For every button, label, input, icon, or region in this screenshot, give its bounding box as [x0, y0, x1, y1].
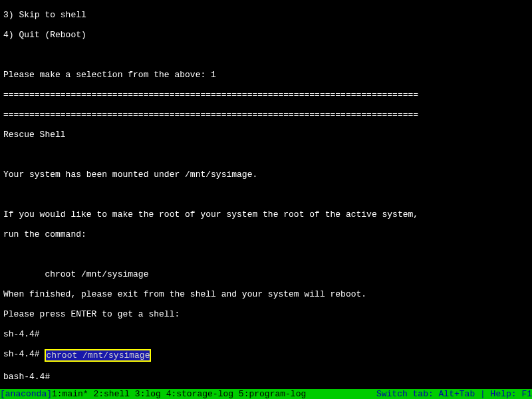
blank-line: [3, 249, 529, 259]
chroot-example: chroot /mnt/sysimage: [3, 269, 529, 279]
divider: ========================================…: [3, 90, 529, 100]
status-bar: [anaconda]1:main* 2:shell 3:log 4:storag…: [0, 389, 532, 399]
blank-line: [3, 50, 529, 60]
instruction-text: If you would like to make the root of yo…: [3, 209, 529, 219]
press-enter-prompt: Please press ENTER to get a shell:: [3, 309, 529, 319]
blank-line: [3, 190, 529, 200]
mounted-message: Your system has been mounted under /mnt/…: [3, 170, 529, 180]
highlighted-command-chroot: chroot /mnt/sysimage: [45, 349, 151, 362]
instruction-text: run the command:: [3, 229, 529, 239]
sh-prompt: sh-4.4#: [3, 329, 529, 339]
finish-message: When finished, please exit from the shel…: [3, 289, 529, 299]
tab-list: 1:main* 2:shell 3:log 4:storage-log 5:pr…: [52, 389, 306, 399]
menu-option-4: 4) Quit (Reboot): [3, 30, 529, 40]
blank-line: [3, 150, 529, 160]
divider: ========================================…: [3, 110, 529, 120]
bash-prompt: bash-4.4#: [3, 372, 529, 382]
anaconda-label: [anaconda]: [0, 389, 52, 399]
sh-prompt: sh-4.4#: [3, 349, 45, 359]
selection-prompt: Please make a selection from the above: …: [3, 70, 529, 80]
terminal-output[interactable]: 3) Skip to shell 4) Quit (Reboot) Please…: [0, 0, 532, 399]
command-line: sh-4.4# chroot /mnt/sysimage: [3, 349, 529, 362]
help-hint: Switch tab: Alt+Tab | Help: F1: [376, 389, 532, 399]
rescue-shell-title: Rescue Shell: [3, 130, 529, 140]
menu-option-3: 3) Skip to shell: [3, 10, 529, 20]
